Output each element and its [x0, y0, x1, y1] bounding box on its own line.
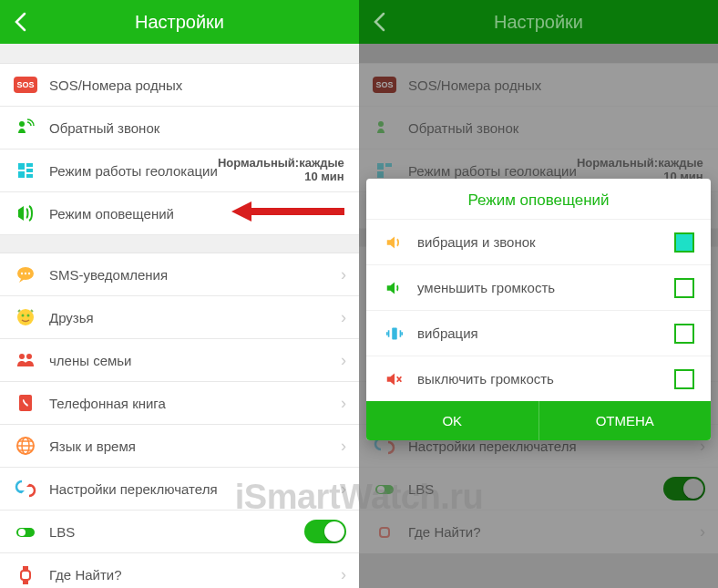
svg-rect-31 — [392, 327, 397, 339]
row-sos[interactable]: SOS SOS/Номера родных — [0, 64, 359, 107]
row-label: Режим оповещений — [49, 206, 346, 222]
option-lower-volume[interactable]: уменьшить громкость — [366, 264, 711, 310]
svg-point-13 — [19, 354, 25, 359]
header: Настройки — [359, 0, 718, 44]
option-mute[interactable]: выключить громкость — [366, 356, 711, 401]
lbs-toggle-icon — [13, 519, 38, 544]
chevron-right-icon: › — [341, 565, 346, 584]
row-label: Друзья — [49, 310, 337, 325]
gap — [0, 235, 359, 253]
header-title: Настройки — [0, 12, 359, 33]
checkbox[interactable] — [674, 369, 694, 389]
svg-rect-5 — [26, 174, 33, 178]
family-icon — [13, 347, 38, 373]
row-alerts[interactable]: Режим оповещений — [0, 192, 359, 235]
row-label: Язык и время — [49, 438, 337, 454]
phonebook-icon — [13, 390, 38, 416]
row-lbs[interactable]: LBS — [0, 511, 359, 553]
row-label: SMS-уведомления — [49, 267, 337, 283]
gap — [0, 44, 359, 64]
chevron-right-icon: › — [341, 351, 346, 370]
cancel-button[interactable]: ОТМЕНА — [539, 401, 712, 440]
svg-point-7 — [21, 273, 23, 274]
row-find[interactable]: Где Найти? › — [0, 553, 359, 588]
row-family[interactable]: члены семьи › — [0, 339, 359, 382]
chevron-right-icon: › — [341, 265, 346, 284]
phone-right: Настройки SOS SOS/Номера родных Обратный… — [359, 0, 718, 588]
modal-title: Режим оповещений — [366, 179, 711, 219]
svg-rect-4 — [18, 171, 25, 178]
modal-buttons: OK ОТМЕНА — [366, 401, 711, 440]
speaker-low-icon — [383, 276, 406, 300]
row-friends[interactable]: Друзья › — [0, 296, 359, 339]
svg-point-8 — [25, 273, 26, 274]
friends-icon — [13, 304, 38, 330]
row-geolocation[interactable]: Режим работы геолокации Нормальный:кажды… — [0, 150, 359, 192]
svg-point-11 — [22, 315, 25, 317]
header-title: Настройки — [359, 12, 718, 33]
checkbox-checked[interactable] — [674, 232, 694, 253]
svg-point-0 — [19, 121, 25, 127]
svg-point-9 — [28, 273, 30, 274]
phone-left: Настройки SOS SOS/Номера родных Обратный… — [0, 0, 359, 588]
svg-rect-21 — [23, 566, 28, 570]
watch-icon — [13, 562, 38, 588]
row-label: Настройки переключателя — [49, 481, 337, 497]
row-label: Телефонная книга — [49, 396, 337, 411]
svg-rect-2 — [26, 163, 33, 167]
row-switch[interactable]: Настройки переключателя › — [0, 468, 359, 511]
option-label: вибрация — [417, 325, 674, 341]
callback-icon — [13, 115, 38, 140]
svg-rect-22 — [23, 581, 28, 584]
option-vibration-ring[interactable]: вибрация и звонок — [366, 219, 711, 264]
geolocation-icon — [13, 158, 38, 183]
row-language[interactable]: Язык и время › — [0, 425, 359, 468]
switch-icon — [13, 476, 38, 501]
svg-rect-20 — [21, 571, 30, 580]
row-callback[interactable]: Обратный звонок — [0, 107, 359, 150]
option-vibration[interactable]: вибрация — [366, 310, 711, 356]
chevron-right-icon: › — [341, 308, 346, 327]
speaker-sound-icon — [383, 231, 406, 254]
checkbox[interactable] — [674, 324, 694, 344]
row-label: члены семьи — [49, 353, 337, 368]
header: Настройки — [0, 0, 359, 44]
vibration-icon — [383, 322, 406, 346]
row-phonebook[interactable]: Телефонная книга › — [0, 382, 359, 425]
svg-rect-3 — [26, 169, 33, 172]
svg-point-19 — [18, 529, 26, 536]
row-label: LBS — [49, 524, 304, 540]
row-label: SOS/Номера родных — [49, 77, 346, 93]
settings-list: SOS SOS/Номера родных Обратный звонок Ре… — [0, 64, 359, 588]
option-label: вибрация и звонок — [417, 234, 674, 250]
alerts-icon — [13, 201, 38, 226]
ok-button[interactable]: OK — [366, 401, 539, 440]
row-label: Где Найти? — [49, 567, 337, 583]
chevron-right-icon: › — [341, 437, 346, 456]
alert-mode-modal: Режим оповещений вибрация и звонок умень… — [366, 179, 711, 440]
option-label: выключить громкость — [417, 371, 674, 387]
checkbox[interactable] — [674, 278, 694, 298]
lbs-switch[interactable] — [304, 520, 346, 543]
chevron-right-icon: › — [341, 480, 346, 499]
sms-icon — [13, 262, 38, 287]
svg-point-12 — [27, 315, 30, 317]
chevron-right-icon: › — [341, 394, 346, 413]
sos-icon: SOS — [13, 72, 38, 98]
speaker-mute-icon — [383, 367, 406, 391]
option-label: уменьшить громкость — [417, 280, 674, 295]
row-sms[interactable]: SMS-уведомления › — [0, 253, 359, 296]
row-label: Режим работы геолокации — [49, 163, 218, 179]
row-value: Нормальный:каждые 10 мин — [218, 157, 344, 184]
row-label: Обратный звонок — [49, 120, 346, 136]
svg-rect-1 — [18, 163, 25, 170]
svg-point-14 — [26, 354, 32, 359]
globe-icon — [13, 433, 38, 459]
